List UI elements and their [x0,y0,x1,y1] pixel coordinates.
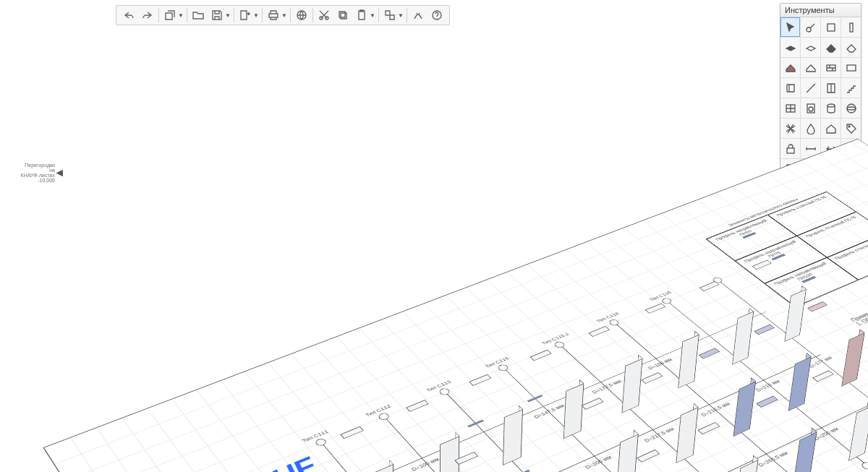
group-button[interactable] [380,7,399,24]
node [438,387,451,396]
profile-bar-icon [741,232,756,239]
export-button[interactable] [236,7,255,24]
node [660,297,673,305]
save-button[interactable] [208,7,226,24]
svg-point-12 [827,104,835,107]
grid-vline [667,301,868,465]
type-label: Тип С115.1 [540,332,570,346]
legend-cell-label: Профиль направляющий ПН50 [711,218,776,246]
viewport-3d[interactable]: KNAUF Элементы металлического каркаса Пр… [0,0,868,472]
folder-open-button[interactable] [189,7,208,24]
grid-vline [560,345,754,472]
node [496,364,510,372]
measure-tool[interactable] [801,17,820,37]
cut-button[interactable] [315,7,333,24]
drop-tool[interactable] [801,119,820,138]
cube-tool[interactable] [821,159,841,179]
line-tool[interactable] [801,78,820,98]
no-tool[interactable] [780,179,800,199]
dimension-label: D=200 мм [584,455,613,471]
dropdown-caret-icon[interactable]: ▼ [253,12,259,19]
eraser2-tool[interactable] [841,38,861,57]
undo-button[interactable] [119,7,138,24]
svg-rect-8 [847,65,856,71]
toolbar-separator [158,8,159,22]
grid-floor [44,140,868,472]
legend-cell: Профиль стоечный ПС75 [797,212,868,257]
node [553,340,566,348]
svg-point-15 [848,126,850,127]
node [859,461,868,471]
eraser-tool[interactable] [821,38,841,57]
legend-cell: Профиль направляющий ПН50 [706,215,796,261]
svg-rect-6 [850,23,853,32]
house-tool[interactable] [821,119,841,138]
paste-button[interactable] [352,7,371,24]
dim-tool[interactable] [801,139,820,158]
washer-tool[interactable] [801,98,820,118]
calc-tool[interactable] [780,159,800,179]
sphere-tool[interactable] [841,98,861,118]
dim2-tool[interactable] [821,139,841,158]
window-tool[interactable] [780,98,800,118]
dropdown-caret-icon[interactable]: ▼ [225,12,231,19]
layers-button[interactable] [161,7,179,24]
dimension-label: D=100 мм [410,457,441,472]
dimension-label: D=147,5 мм [532,403,565,420]
stair-tool[interactable] [841,78,861,98]
door-tool[interactable] [780,78,800,98]
text-tool[interactable] [841,179,861,199]
grid-vline [718,280,868,439]
dropdown-caret-icon[interactable]: ▼ [370,12,375,19]
drawing-sheet: KNAUF Элементы металлического каркаса Пр… [185,199,868,472]
cylinder-tool[interactable] [821,98,841,118]
type-label: Тип С112 [365,404,392,418]
tools-grid [780,17,861,199]
knauf-logo: KNAUF [203,451,320,472]
slab2-tool[interactable] [801,38,820,57]
pointer-tool[interactable] [780,17,800,37]
dimension-label: D=265,5 мм [757,450,789,468]
main-toolbar: ▼▼▼▼▼▼ [116,5,450,25]
type-label: Тип С111 [301,429,329,444]
grid-vline [503,368,694,472]
dimension-label: D=210 мм [754,379,781,392]
wall2-tool[interactable] [841,58,861,77]
column-tool[interactable] [841,17,861,37]
level-tool[interactable] [841,139,861,158]
profile-dash [467,419,484,427]
svg-rect-5 [827,24,835,31]
dropdown-caret-icon[interactable]: ▼ [398,12,404,19]
slab-tool[interactable] [780,38,800,57]
wall-tool[interactable] [821,58,841,77]
copy-button[interactable] [333,7,352,24]
print-button[interactable] [264,7,283,24]
tag-tool[interactable] [841,119,861,138]
dimension-label: D=217,5 мм [643,426,676,443]
toolbar-separator [262,8,263,22]
lock-tool[interactable] [780,139,800,158]
settings-button[interactable] [409,7,427,24]
mesh-tool[interactable] [780,119,800,138]
globe-button[interactable] [292,7,311,24]
node [314,437,328,447]
roof-tool[interactable] [780,58,800,77]
toolbar-separator [290,8,291,22]
dimension-label: D=150 мм [647,357,673,371]
help-button[interactable] [427,7,446,24]
curve-tool[interactable] [821,179,841,199]
cubes-tool[interactable] [841,159,861,179]
book-tool[interactable] [821,78,841,98]
arc-tool[interactable] [801,179,820,199]
grid-vline [614,322,812,472]
dice-tool[interactable] [801,159,820,179]
roof2-tool[interactable] [801,58,820,77]
dropdown-caret-icon[interactable]: ▼ [281,12,287,19]
grid-hline [331,312,767,472]
plane-tool[interactable] [821,17,841,37]
legend-cell-label: Профиль стоечный ПС100 [832,235,868,261]
dropdown-caret-icon[interactable]: ▼ [178,12,184,19]
redo-button[interactable] [138,7,157,24]
svg-point-20 [812,171,814,172]
toolbar-separator [234,8,234,22]
